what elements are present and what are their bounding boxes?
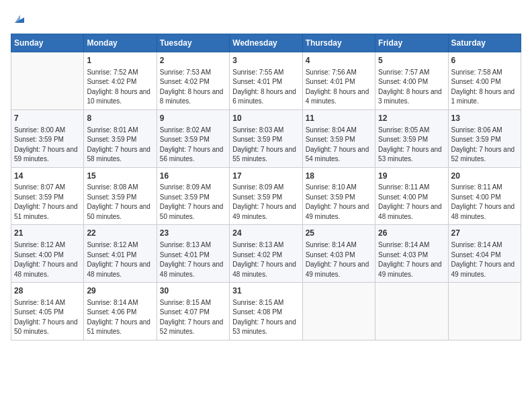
- day-info: Sunrise: 7:52 AMSunset: 4:02 PMDaylight:…: [87, 68, 153, 107]
- day-info: Sunrise: 8:11 AMSunset: 4:00 PMDaylight:…: [451, 183, 518, 222]
- day-info: Sunrise: 8:02 AMSunset: 3:59 PMDaylight:…: [160, 126, 226, 165]
- day-number: 14: [14, 171, 81, 182]
- day-number: 23: [160, 228, 226, 239]
- day-number: 28: [14, 285, 81, 297]
- day-info: Sunrise: 8:11 AMSunset: 4:00 PMDaylight:…: [378, 183, 445, 222]
- day-number: 10: [232, 113, 299, 124]
- day-number: 16: [160, 171, 226, 182]
- svg-marker-1: [15, 15, 20, 23]
- day-cell: [448, 283, 521, 340]
- day-cell: [375, 283, 448, 340]
- day-info: Sunrise: 8:14 AMSunset: 4:03 PMDaylight:…: [306, 240, 372, 279]
- day-number: 13: [451, 113, 518, 124]
- day-cell: 12Sunrise: 8:05 AMSunset: 3:59 PMDayligh…: [375, 109, 448, 167]
- day-cell: 10Sunrise: 8:03 AMSunset: 3:59 PMDayligh…: [230, 109, 302, 167]
- day-cell: 6Sunrise: 7:58 AMSunset: 4:00 PMDaylight…: [448, 52, 521, 110]
- day-cell: [11, 52, 84, 110]
- day-number: 30: [160, 285, 226, 297]
- day-number: 11: [306, 113, 372, 124]
- day-info: Sunrise: 8:14 AMSunset: 4:05 PMDaylight:…: [14, 298, 81, 337]
- day-number: 26: [378, 228, 445, 239]
- day-cell: 24Sunrise: 8:13 AMSunset: 4:02 PMDayligh…: [230, 225, 302, 283]
- day-info: Sunrise: 7:56 AMSunset: 4:01 PMDaylight:…: [306, 68, 372, 107]
- day-cell: 28Sunrise: 8:14 AMSunset: 4:05 PMDayligh…: [11, 283, 84, 340]
- week-row-1: 1Sunrise: 7:52 AMSunset: 4:02 PMDaylight…: [11, 52, 521, 110]
- day-number: 12: [378, 113, 445, 124]
- day-info: Sunrise: 8:03 AMSunset: 3:59 PMDaylight:…: [232, 126, 299, 165]
- day-number: 22: [87, 228, 153, 239]
- day-cell: 15Sunrise: 8:08 AMSunset: 3:59 PMDayligh…: [84, 167, 157, 225]
- day-cell: 16Sunrise: 8:09 AMSunset: 3:59 PMDayligh…: [157, 167, 229, 225]
- day-cell: 2Sunrise: 7:53 AMSunset: 4:02 PMDaylight…: [157, 52, 229, 110]
- day-info: Sunrise: 8:15 AMSunset: 4:07 PMDaylight:…: [160, 298, 226, 337]
- day-cell: 26Sunrise: 8:14 AMSunset: 4:03 PMDayligh…: [375, 225, 448, 283]
- header-row: SundayMondayTuesdayWednesdayThursdayFrid…: [11, 34, 521, 52]
- week-row-5: 28Sunrise: 8:14 AMSunset: 4:05 PMDayligh…: [11, 283, 521, 340]
- day-cell: 19Sunrise: 8:11 AMSunset: 4:00 PMDayligh…: [375, 167, 448, 225]
- day-info: Sunrise: 8:09 AMSunset: 3:59 PMDaylight:…: [160, 183, 226, 222]
- day-cell: 7Sunrise: 8:00 AMSunset: 3:59 PMDaylight…: [11, 109, 84, 167]
- day-number: 5: [378, 55, 445, 66]
- day-cell: 20Sunrise: 8:11 AMSunset: 4:00 PMDayligh…: [448, 167, 521, 225]
- day-number: 18: [306, 171, 372, 182]
- calendar-table: SundayMondayTuesdayWednesdayThursdayFrid…: [11, 34, 521, 340]
- day-cell: 23Sunrise: 8:13 AMSunset: 4:01 PMDayligh…: [157, 225, 229, 283]
- page-header: [11, 11, 521, 26]
- header-cell-tuesday: Tuesday: [157, 34, 229, 52]
- day-number: 15: [87, 171, 153, 182]
- day-cell: 8Sunrise: 8:01 AMSunset: 3:59 PMDaylight…: [84, 109, 157, 167]
- day-info: Sunrise: 8:14 AMSunset: 4:03 PMDaylight:…: [378, 240, 445, 279]
- day-cell: 22Sunrise: 8:12 AMSunset: 4:01 PMDayligh…: [84, 225, 157, 283]
- header-cell-saturday: Saturday: [448, 34, 521, 52]
- header-cell-monday: Monday: [84, 34, 157, 52]
- header-cell-friday: Friday: [375, 34, 448, 52]
- logo-icon: [12, 11, 27, 26]
- day-info: Sunrise: 8:15 AMSunset: 4:08 PMDaylight:…: [232, 298, 299, 337]
- day-cell: [302, 283, 375, 340]
- day-number: 4: [306, 55, 372, 66]
- header-cell-sunday: Sunday: [11, 34, 84, 52]
- day-info: Sunrise: 8:04 AMSunset: 3:59 PMDaylight:…: [306, 126, 372, 165]
- day-number: 3: [232, 55, 299, 66]
- day-cell: 21Sunrise: 8:12 AMSunset: 4:00 PMDayligh…: [11, 225, 84, 283]
- day-cell: 4Sunrise: 7:56 AMSunset: 4:01 PMDaylight…: [302, 52, 375, 110]
- day-cell: 25Sunrise: 8:14 AMSunset: 4:03 PMDayligh…: [302, 225, 375, 283]
- day-info: Sunrise: 8:01 AMSunset: 3:59 PMDaylight:…: [87, 126, 153, 165]
- day-cell: 31Sunrise: 8:15 AMSunset: 4:08 PMDayligh…: [230, 283, 302, 340]
- week-row-3: 14Sunrise: 8:07 AMSunset: 3:59 PMDayligh…: [11, 167, 521, 225]
- day-number: 8: [87, 113, 153, 124]
- day-info: Sunrise: 8:10 AMSunset: 3:59 PMDaylight:…: [306, 183, 372, 222]
- day-number: 2: [160, 55, 226, 66]
- day-info: Sunrise: 8:05 AMSunset: 3:59 PMDaylight:…: [378, 126, 445, 165]
- day-number: 7: [14, 113, 81, 124]
- day-cell: 18Sunrise: 8:10 AMSunset: 3:59 PMDayligh…: [302, 167, 375, 225]
- day-cell: 9Sunrise: 8:02 AMSunset: 3:59 PMDaylight…: [157, 109, 229, 167]
- day-number: 25: [306, 228, 372, 239]
- logo: [11, 11, 27, 26]
- day-info: Sunrise: 8:09 AMSunset: 3:59 PMDaylight:…: [232, 183, 299, 222]
- day-info: Sunrise: 8:08 AMSunset: 3:59 PMDaylight:…: [87, 183, 153, 222]
- day-info: Sunrise: 7:53 AMSunset: 4:02 PMDaylight:…: [160, 68, 226, 107]
- day-info: Sunrise: 8:14 AMSunset: 4:04 PMDaylight:…: [451, 240, 518, 279]
- day-number: 29: [87, 285, 153, 297]
- day-cell: 1Sunrise: 7:52 AMSunset: 4:02 PMDaylight…: [84, 52, 157, 110]
- day-info: Sunrise: 8:06 AMSunset: 3:59 PMDaylight:…: [451, 126, 518, 165]
- day-number: 21: [14, 228, 81, 239]
- day-cell: 5Sunrise: 7:57 AMSunset: 4:00 PMDaylight…: [375, 52, 448, 110]
- day-info: Sunrise: 8:12 AMSunset: 4:01 PMDaylight:…: [87, 240, 153, 279]
- day-number: 24: [232, 228, 299, 239]
- day-info: Sunrise: 8:13 AMSunset: 4:01 PMDaylight:…: [160, 240, 226, 279]
- day-number: 20: [451, 171, 518, 182]
- day-info: Sunrise: 8:13 AMSunset: 4:02 PMDaylight:…: [232, 240, 299, 279]
- day-number: 6: [451, 55, 518, 66]
- day-number: 19: [378, 171, 445, 182]
- day-info: Sunrise: 8:12 AMSunset: 4:00 PMDaylight:…: [14, 240, 81, 279]
- day-cell: 17Sunrise: 8:09 AMSunset: 3:59 PMDayligh…: [230, 167, 302, 225]
- day-info: Sunrise: 7:55 AMSunset: 4:01 PMDaylight:…: [232, 68, 299, 107]
- header-cell-thursday: Thursday: [302, 34, 375, 52]
- day-cell: 30Sunrise: 8:15 AMSunset: 4:07 PMDayligh…: [157, 283, 229, 340]
- day-number: 9: [160, 113, 226, 124]
- day-cell: 14Sunrise: 8:07 AMSunset: 3:59 PMDayligh…: [11, 167, 84, 225]
- week-row-2: 7Sunrise: 8:00 AMSunset: 3:59 PMDaylight…: [11, 109, 521, 167]
- day-number: 31: [232, 285, 299, 297]
